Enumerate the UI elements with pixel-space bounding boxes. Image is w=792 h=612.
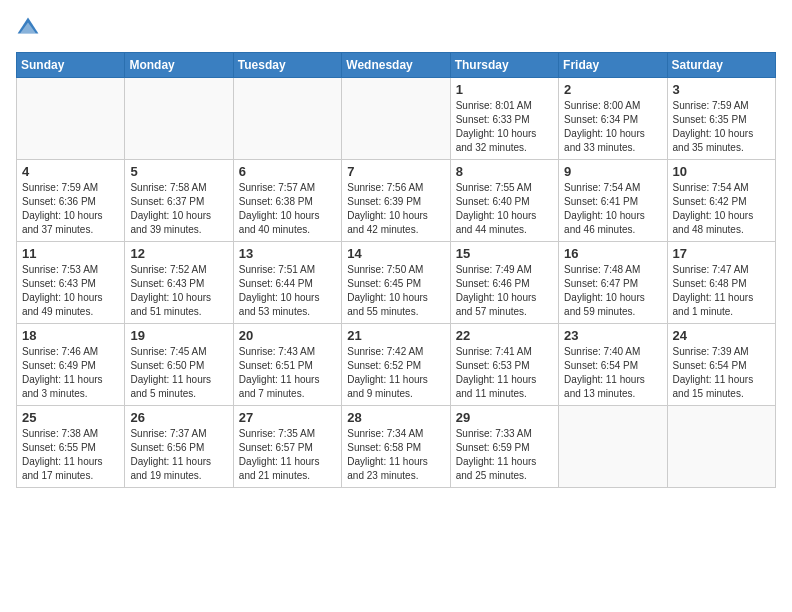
day-info: Sunrise: 7:56 AM Sunset: 6:39 PM Dayligh… <box>347 181 444 237</box>
calendar-cell: 20Sunrise: 7:43 AM Sunset: 6:51 PM Dayli… <box>233 324 341 406</box>
calendar-cell <box>17 78 125 160</box>
calendar-cell <box>559 406 667 488</box>
day-info: Sunrise: 7:39 AM Sunset: 6:54 PM Dayligh… <box>673 345 770 401</box>
day-info: Sunrise: 7:57 AM Sunset: 6:38 PM Dayligh… <box>239 181 336 237</box>
calendar-cell: 24Sunrise: 7:39 AM Sunset: 6:54 PM Dayli… <box>667 324 775 406</box>
day-number: 13 <box>239 246 336 261</box>
day-info: Sunrise: 7:58 AM Sunset: 6:37 PM Dayligh… <box>130 181 227 237</box>
calendar-cell: 26Sunrise: 7:37 AM Sunset: 6:56 PM Dayli… <box>125 406 233 488</box>
calendar-cell: 10Sunrise: 7:54 AM Sunset: 6:42 PM Dayli… <box>667 160 775 242</box>
day-info: Sunrise: 7:59 AM Sunset: 6:36 PM Dayligh… <box>22 181 119 237</box>
week-row-5: 25Sunrise: 7:38 AM Sunset: 6:55 PM Dayli… <box>17 406 776 488</box>
day-number: 5 <box>130 164 227 179</box>
calendar-cell: 22Sunrise: 7:41 AM Sunset: 6:53 PM Dayli… <box>450 324 558 406</box>
day-info: Sunrise: 7:53 AM Sunset: 6:43 PM Dayligh… <box>22 263 119 319</box>
calendar-cell: 29Sunrise: 7:33 AM Sunset: 6:59 PM Dayli… <box>450 406 558 488</box>
day-info: Sunrise: 7:33 AM Sunset: 6:59 PM Dayligh… <box>456 427 553 483</box>
calendar-cell: 16Sunrise: 7:48 AM Sunset: 6:47 PM Dayli… <box>559 242 667 324</box>
day-number: 2 <box>564 82 661 97</box>
calendar-cell: 11Sunrise: 7:53 AM Sunset: 6:43 PM Dayli… <box>17 242 125 324</box>
day-number: 23 <box>564 328 661 343</box>
day-info: Sunrise: 7:34 AM Sunset: 6:58 PM Dayligh… <box>347 427 444 483</box>
day-info: Sunrise: 7:38 AM Sunset: 6:55 PM Dayligh… <box>22 427 119 483</box>
calendar-cell: 6Sunrise: 7:57 AM Sunset: 6:38 PM Daylig… <box>233 160 341 242</box>
day-number: 25 <box>22 410 119 425</box>
calendar-cell <box>125 78 233 160</box>
day-info: Sunrise: 7:45 AM Sunset: 6:50 PM Dayligh… <box>130 345 227 401</box>
day-info: Sunrise: 7:47 AM Sunset: 6:48 PM Dayligh… <box>673 263 770 319</box>
calendar-cell <box>233 78 341 160</box>
day-info: Sunrise: 7:46 AM Sunset: 6:49 PM Dayligh… <box>22 345 119 401</box>
header-tuesday: Tuesday <box>233 53 341 78</box>
day-info: Sunrise: 8:01 AM Sunset: 6:33 PM Dayligh… <box>456 99 553 155</box>
calendar-cell: 15Sunrise: 7:49 AM Sunset: 6:46 PM Dayli… <box>450 242 558 324</box>
week-row-3: 11Sunrise: 7:53 AM Sunset: 6:43 PM Dayli… <box>17 242 776 324</box>
calendar-cell <box>667 406 775 488</box>
calendar-cell: 5Sunrise: 7:58 AM Sunset: 6:37 PM Daylig… <box>125 160 233 242</box>
header-monday: Monday <box>125 53 233 78</box>
day-number: 17 <box>673 246 770 261</box>
header-sunday: Sunday <box>17 53 125 78</box>
day-number: 16 <box>564 246 661 261</box>
calendar-cell: 18Sunrise: 7:46 AM Sunset: 6:49 PM Dayli… <box>17 324 125 406</box>
day-number: 21 <box>347 328 444 343</box>
calendar-cell: 25Sunrise: 7:38 AM Sunset: 6:55 PM Dayli… <box>17 406 125 488</box>
day-info: Sunrise: 7:54 AM Sunset: 6:41 PM Dayligh… <box>564 181 661 237</box>
day-number: 9 <box>564 164 661 179</box>
day-number: 24 <box>673 328 770 343</box>
week-row-1: 1Sunrise: 8:01 AM Sunset: 6:33 PM Daylig… <box>17 78 776 160</box>
day-info: Sunrise: 7:37 AM Sunset: 6:56 PM Dayligh… <box>130 427 227 483</box>
header-friday: Friday <box>559 53 667 78</box>
calendar-cell: 27Sunrise: 7:35 AM Sunset: 6:57 PM Dayli… <box>233 406 341 488</box>
day-number: 6 <box>239 164 336 179</box>
calendar-cell: 7Sunrise: 7:56 AM Sunset: 6:39 PM Daylig… <box>342 160 450 242</box>
day-number: 29 <box>456 410 553 425</box>
day-number: 28 <box>347 410 444 425</box>
calendar-cell: 19Sunrise: 7:45 AM Sunset: 6:50 PM Dayli… <box>125 324 233 406</box>
week-row-4: 18Sunrise: 7:46 AM Sunset: 6:49 PM Dayli… <box>17 324 776 406</box>
day-number: 10 <box>673 164 770 179</box>
day-info: Sunrise: 7:54 AM Sunset: 6:42 PM Dayligh… <box>673 181 770 237</box>
day-number: 14 <box>347 246 444 261</box>
day-info: Sunrise: 7:49 AM Sunset: 6:46 PM Dayligh… <box>456 263 553 319</box>
day-info: Sunrise: 7:40 AM Sunset: 6:54 PM Dayligh… <box>564 345 661 401</box>
calendar-cell: 21Sunrise: 7:42 AM Sunset: 6:52 PM Dayli… <box>342 324 450 406</box>
day-info: Sunrise: 7:51 AM Sunset: 6:44 PM Dayligh… <box>239 263 336 319</box>
calendar-cell: 14Sunrise: 7:50 AM Sunset: 6:45 PM Dayli… <box>342 242 450 324</box>
calendar-cell: 13Sunrise: 7:51 AM Sunset: 6:44 PM Dayli… <box>233 242 341 324</box>
page-header <box>16 16 776 40</box>
day-number: 1 <box>456 82 553 97</box>
header-thursday: Thursday <box>450 53 558 78</box>
day-number: 19 <box>130 328 227 343</box>
day-info: Sunrise: 7:52 AM Sunset: 6:43 PM Dayligh… <box>130 263 227 319</box>
week-row-2: 4Sunrise: 7:59 AM Sunset: 6:36 PM Daylig… <box>17 160 776 242</box>
header-saturday: Saturday <box>667 53 775 78</box>
day-info: Sunrise: 7:50 AM Sunset: 6:45 PM Dayligh… <box>347 263 444 319</box>
calendar-cell: 2Sunrise: 8:00 AM Sunset: 6:34 PM Daylig… <box>559 78 667 160</box>
day-number: 7 <box>347 164 444 179</box>
day-info: Sunrise: 7:59 AM Sunset: 6:35 PM Dayligh… <box>673 99 770 155</box>
calendar-cell: 1Sunrise: 8:01 AM Sunset: 6:33 PM Daylig… <box>450 78 558 160</box>
calendar-cell: 3Sunrise: 7:59 AM Sunset: 6:35 PM Daylig… <box>667 78 775 160</box>
logo-icon <box>16 16 40 40</box>
calendar-cell: 8Sunrise: 7:55 AM Sunset: 6:40 PM Daylig… <box>450 160 558 242</box>
day-info: Sunrise: 7:41 AM Sunset: 6:53 PM Dayligh… <box>456 345 553 401</box>
day-number: 12 <box>130 246 227 261</box>
day-number: 18 <box>22 328 119 343</box>
day-info: Sunrise: 7:48 AM Sunset: 6:47 PM Dayligh… <box>564 263 661 319</box>
calendar-cell: 17Sunrise: 7:47 AM Sunset: 6:48 PM Dayli… <box>667 242 775 324</box>
day-number: 3 <box>673 82 770 97</box>
header-wednesday: Wednesday <box>342 53 450 78</box>
day-info: Sunrise: 7:55 AM Sunset: 6:40 PM Dayligh… <box>456 181 553 237</box>
day-number: 27 <box>239 410 336 425</box>
day-info: Sunrise: 7:35 AM Sunset: 6:57 PM Dayligh… <box>239 427 336 483</box>
day-number: 11 <box>22 246 119 261</box>
calendar-table: SundayMondayTuesdayWednesdayThursdayFrid… <box>16 52 776 488</box>
day-number: 22 <box>456 328 553 343</box>
calendar-cell: 23Sunrise: 7:40 AM Sunset: 6:54 PM Dayli… <box>559 324 667 406</box>
day-info: Sunrise: 8:00 AM Sunset: 6:34 PM Dayligh… <box>564 99 661 155</box>
calendar-cell: 9Sunrise: 7:54 AM Sunset: 6:41 PM Daylig… <box>559 160 667 242</box>
day-info: Sunrise: 7:42 AM Sunset: 6:52 PM Dayligh… <box>347 345 444 401</box>
day-number: 4 <box>22 164 119 179</box>
day-number: 20 <box>239 328 336 343</box>
